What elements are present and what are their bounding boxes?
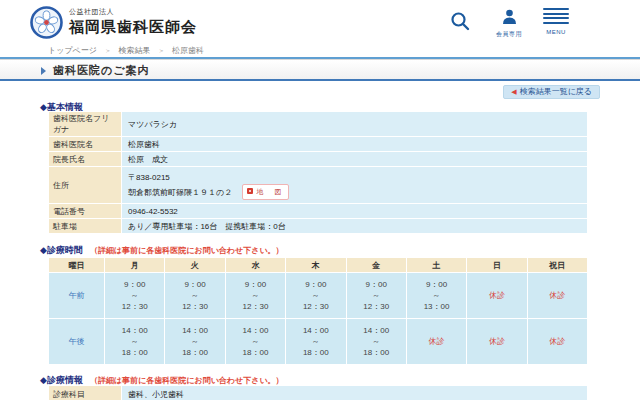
search-button[interactable] xyxy=(450,11,470,35)
page-title-bar: 歯科医院のご案内 xyxy=(0,59,640,81)
hours-row-morning: 午前 9：00～12：30 9：00～12：30 9：00～12：30 9：00… xyxy=(49,273,588,319)
hours-cell: 9：00～12：30 xyxy=(346,273,406,319)
row-label: 歯科医院名フリガナ xyxy=(49,112,122,137)
hours-header-row: 曜日 月 火 水 木 金 土 日 祝日 xyxy=(49,258,588,273)
hours-cell: 14：00～18：00 xyxy=(105,319,165,365)
page-title: 歯科医院のご案内 xyxy=(53,60,150,80)
clinic-info-note: （詳細は事前に各歯科医院にお問い合わせ下さい。） xyxy=(90,376,284,385)
row-value: 0946-42-5532 xyxy=(122,204,588,219)
hours-cell: 14：00～18：00 xyxy=(346,319,406,365)
row-label: 午後 xyxy=(49,319,105,365)
map-icon xyxy=(247,188,253,194)
association-logo-icon xyxy=(30,6,63,39)
hours-cell: 9：00～13：00 xyxy=(406,273,466,319)
hours-cell-closed: 休診 xyxy=(467,273,527,319)
diamond-icon: ◆ xyxy=(40,375,47,385)
basic-info-table: 歯科医院名フリガナ マツバラシカ 歯科医院名 松原歯科 院長氏名 松原 成文 住… xyxy=(48,111,588,234)
menu-button[interactable]: MENU xyxy=(543,8,569,35)
row-value: 松原 成文 xyxy=(122,152,588,167)
menu-label: MENU xyxy=(543,29,569,35)
hours-cell: 9：00～12：30 xyxy=(286,273,346,319)
back-button-label: 検索結果一覧に戻る xyxy=(520,87,592,96)
postal-code: 〒838-0215 xyxy=(128,171,581,184)
hours-cell: 14：00～18：00 xyxy=(225,319,285,365)
breadcrumb-home[interactable]: トップページ xyxy=(48,46,97,55)
row-value: 〒838-0215 朝倉郡筑前町篠隈１９１の２ 地 図 xyxy=(122,167,588,204)
back-to-results-button[interactable]: ◀検索結果一覧に戻る xyxy=(503,85,600,99)
col-header: 火 xyxy=(165,258,225,273)
row-label: 診療科目 xyxy=(49,386,122,400)
table-row: 診療科目 歯科、小児歯科 xyxy=(49,386,588,400)
member-area-button[interactable]: 会員専用 xyxy=(496,8,522,39)
breadcrumb: トップページ ＞ 検索結果 ＞ 松原歯科 xyxy=(48,45,204,56)
row-label: 歯科医院名 xyxy=(49,137,122,152)
map-button[interactable]: 地 図 xyxy=(242,184,289,200)
search-icon xyxy=(450,11,470,31)
col-header: 日 xyxy=(467,258,527,273)
site-header: 公益社団法人 福岡県歯科医師会 会員専用 MENU xyxy=(0,0,640,44)
person-icon xyxy=(501,8,518,25)
breadcrumb-current: 松原歯科 xyxy=(172,46,204,55)
table-row: 歯科医院名フリガナ マツバラシカ xyxy=(49,112,588,137)
hours-cell-closed: 休診 xyxy=(527,319,587,365)
hours-table: 曜日 月 火 水 木 金 土 日 祝日 午前 9：00～12：30 9：00～1… xyxy=(48,257,588,365)
row-label: 住所 xyxy=(49,167,122,204)
table-row-address: 住所 〒838-0215 朝倉郡筑前町篠隈１９１の２ 地 図 xyxy=(49,167,588,204)
row-label: 院長氏名 xyxy=(49,152,122,167)
row-value: 歯科、小児歯科 xyxy=(122,386,588,400)
diamond-icon: ◆ xyxy=(40,102,47,112)
table-row: 歯科医院名 松原歯科 xyxy=(49,137,588,152)
row-value: 松原歯科 xyxy=(122,137,588,152)
org-type-label: 公益社団法人 xyxy=(69,7,197,17)
page: 公益社団法人 福岡県歯科医師会 会員専用 MENU トップページ ＞ 検索結果 … xyxy=(0,0,640,400)
col-header: 水 xyxy=(225,258,285,273)
table-row: 電話番号 0946-42-5532 xyxy=(49,204,588,219)
breadcrumb-separator: ＞ xyxy=(104,47,111,54)
row-value: あり／専用駐車場：16台 提携駐車場：0台 xyxy=(122,219,588,234)
row-value: マツバラシカ xyxy=(122,112,588,137)
table-row: 院長氏名 松原 成文 xyxy=(49,152,588,167)
hours-cell-closed: 休診 xyxy=(527,273,587,319)
hours-cell: 14：00～18：00 xyxy=(286,319,346,365)
col-header: 金 xyxy=(346,258,406,273)
back-arrow-icon: ◀ xyxy=(511,88,516,95)
hours-heading: ◆診療時間（詳細は事前に各歯科医院にお問い合わせ下さい。） xyxy=(40,244,284,257)
row-label: 駐車場 xyxy=(49,219,122,234)
breadcrumb-search-results[interactable]: 検索結果 xyxy=(118,46,150,55)
col-header: 木 xyxy=(286,258,346,273)
diamond-icon: ◆ xyxy=(40,245,47,255)
row-label: 午前 xyxy=(49,273,105,319)
col-header: 土 xyxy=(406,258,466,273)
org-name-label: 福岡県歯科医師会 xyxy=(69,18,197,37)
breadcrumb-separator: ＞ xyxy=(158,47,165,54)
map-button-label: 地 図 xyxy=(256,188,283,195)
hours-cell: 14：00～18：00 xyxy=(165,319,225,365)
col-header: 祝日 xyxy=(527,258,587,273)
street-address: 朝倉郡筑前町篠隈１９１の２ xyxy=(128,188,232,197)
hours-note: （詳細は事前に各歯科医院にお問い合わせ下さい。） xyxy=(90,246,284,255)
hours-cell: 9：00～12：30 xyxy=(225,273,285,319)
row-label: 電話番号 xyxy=(49,204,122,219)
title-arrow-icon xyxy=(41,67,46,75)
col-header: 月 xyxy=(105,258,165,273)
hours-row-afternoon: 午後 14：00～18：00 14：00～18：00 14：00～18：00 1… xyxy=(49,319,588,365)
hours-cell: 9：00～12：30 xyxy=(165,273,225,319)
clinic-info-table: 診療科目 歯科、小児歯科 xyxy=(48,385,588,400)
col-header: 曜日 xyxy=(49,258,105,273)
member-area-label: 会員専用 xyxy=(496,30,522,39)
hamburger-icon xyxy=(543,8,569,24)
hours-cell: 9：00～12：30 xyxy=(105,273,165,319)
hours-cell-closed: 休診 xyxy=(467,319,527,365)
hours-cell-closed: 休診 xyxy=(406,319,466,365)
site-brand[interactable]: 公益社団法人 福岡県歯科医師会 xyxy=(69,7,197,37)
table-row: 駐車場 あり／専用駐車場：16台 提携駐車場：0台 xyxy=(49,219,588,234)
